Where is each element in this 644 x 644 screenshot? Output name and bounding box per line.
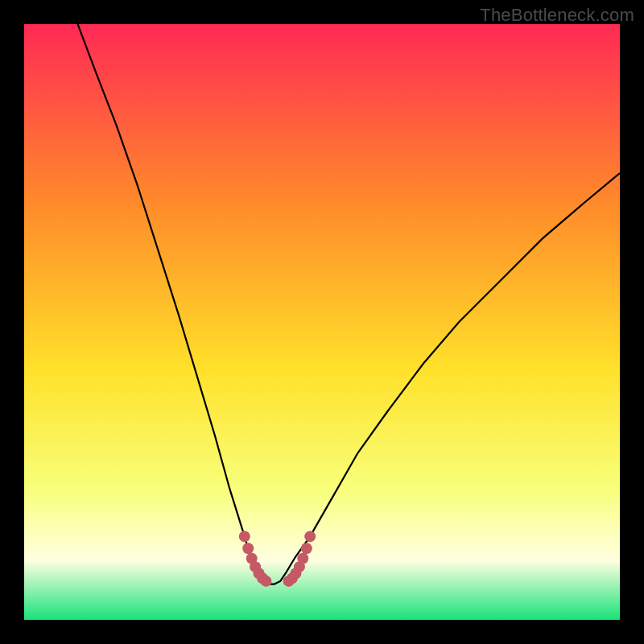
optimal-marker xyxy=(304,530,316,542)
optimal-marker xyxy=(260,576,271,587)
optimal-marker xyxy=(301,543,312,554)
optimal-marker xyxy=(242,543,254,554)
watermark-text: TheBottleneck.com xyxy=(480,5,634,26)
plot-area xyxy=(24,24,620,620)
gradient-background xyxy=(24,24,620,620)
bottleneck-chart xyxy=(24,24,620,620)
optimal-marker xyxy=(297,553,308,564)
optimal-marker xyxy=(239,530,250,542)
chart-frame: TheBottleneck.com xyxy=(0,0,644,644)
